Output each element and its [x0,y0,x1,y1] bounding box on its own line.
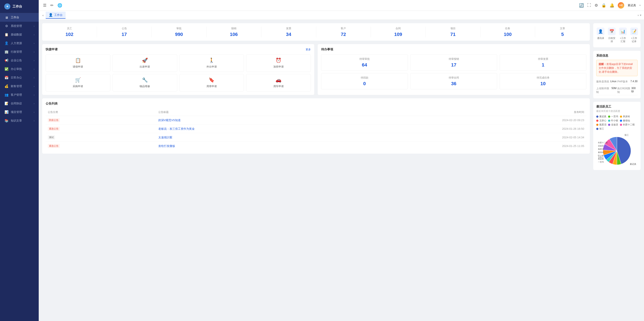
sidebar-item-hr[interactable]: 👤 人力资源 › [0,39,39,48]
legend-dot [596,116,598,118]
shortcut-contacts[interactable]: 👤 通讯录 [596,26,605,45]
sidebar-workbench-icon: 🖥 [4,16,8,19]
pending-item: 待完成任务 10 [500,73,586,89]
sidebar-item-announce[interactable]: 📢 企业公告 › [0,56,39,65]
tab-right-chevron[interactable]: » [638,14,639,17]
settings-icon[interactable]: ⚙ [594,3,598,8]
sidebar-item-contract[interactable]: 📝 合同协议 › [0,99,39,108]
shortcut-bar: 👤 通讯录 📅 日程安排 📊 +工作汇报 📝 +工作记录 [593,23,640,47]
sidebar-knowledge-label: 知识文章 [11,119,22,123]
refresh-icon[interactable]: 🔄 [579,3,584,8]
tab-left-chevron[interactable]: « [41,13,45,18]
menu-icon[interactable]: ☰ [42,2,47,8]
user-chevron-icon[interactable]: ▾ [640,4,640,6]
system-info-grid: 服务器系统LinuxPHP版本7.4.30上传附件限制50M执行时间限制300秒 [596,79,638,95]
stat-value[interactable]: 106 [208,32,260,37]
overtime-icon: ⏰ [276,58,281,63]
sidebar-customer-icon: 👥 [4,93,8,97]
quick-action-leave[interactable]: 📋 请假申请 [46,54,110,72]
legend-dot [620,116,622,118]
chevron-icon: › [34,85,34,88]
stat-合同: 合同 109 [371,27,426,37]
pending-label: 待完成任务 [502,76,584,80]
sidebar-item-customer[interactable]: 👥 客户管理 › [0,90,39,99]
col-title: 公告标题 [156,109,417,116]
quick-action-purchase[interactable]: 🛒 采购申请 [46,74,110,92]
schedule-shortcut-icon: 📅 [608,28,616,35]
legend-dot [596,120,598,122]
sidebar-item-daily[interactable]: 📅 日常办公 › [0,73,39,82]
quick-action-overtime[interactable]: ⏰ 加班申请 [246,54,311,72]
pending-item: 待回款 0 [321,73,408,89]
sidebar-item-project[interactable]: 📊 项目管理 › [0,108,39,116]
quick-action-car[interactable]: 🚗 用车申请 [246,74,311,92]
shortcut-log[interactable]: 📝 +工作记录 [629,26,639,45]
chevron-icon: › [34,60,34,62]
quick-action-out[interactable]: 🚶 外出申请 [180,54,244,72]
sidebar-item-system[interactable]: ⚙ 系统管理 › [0,22,39,30]
tab-workbench[interactable]: 👤 工作台 [46,12,66,19]
notification-icon[interactable]: 🔔 [610,3,614,8]
shortcut-report[interactable]: 📊 +工作汇报 [618,26,628,45]
fullscreen-icon[interactable]: ⛶ [587,3,591,8]
announcement-link[interactable]: 老板说：发三倍工资作为奖金 [158,127,195,130]
announcement-link[interactable]: 太遠很討厭 [158,136,172,139]
table-row: 紧急公告 老板说：发三倍工资作为奖金 2024-01-26 16:50 [46,124,586,133]
pie-label: 张三 [624,134,629,136]
sidebar-item-knowledge[interactable]: 📚 知识文章 › [0,116,39,125]
stat-value[interactable]: 17 [99,32,150,37]
stat-value[interactable]: 34 [263,32,314,37]
globe-icon[interactable]: 🌐 [56,2,63,8]
sidebar-item-approval[interactable]: ✅ 办公审批 › [0,65,39,73]
stat-label: 项目 [428,27,478,30]
legend-item: 剑君十二恨 [620,123,635,126]
tab-dropdown-icon[interactable]: ▾ [640,14,642,17]
purchase-label: 采购申请 [73,84,83,88]
stat-value[interactable]: 5 [537,32,588,37]
legend-dot [596,124,598,126]
user-name[interactable]: 素还真 [628,4,636,7]
alert-prefix: 提醒： [598,62,606,66]
stat-value[interactable]: 100 [482,32,534,37]
topbar-right: 🔄 ⛶ ⚙ 🔒 🔔 N还 素还真 ▾ [579,2,640,8]
stat-value[interactable]: 72 [318,32,369,37]
quick-action-repair[interactable]: 🔧 物品维修 [112,74,177,92]
pending-item: 待审发票 1 [500,54,586,70]
pending-value: 64 [324,62,405,68]
avatar-text: N还 [619,4,623,7]
stat-value[interactable]: 71 [428,32,478,37]
sidebar-item-workbench[interactable]: 🖥 工作台 [0,13,39,22]
log-shortcut-label: +工作记录 [630,36,638,43]
shortcut-schedule[interactable]: 📅 日程安排 [607,26,616,45]
sidebar-item-admin[interactable]: 🏢 行政管理 › [0,48,39,56]
quick-apply-more[interactable]: 更多 [306,48,311,52]
stat-value[interactable]: 109 [372,32,424,37]
stat-label: 客户 [318,27,369,30]
legend-item: 秦假仙 [620,119,630,122]
chevron-icon: › [34,51,34,53]
announcement-title-cell: 发给打发撒饭 [156,142,417,150]
info-row: 上传附件限制50M [596,86,616,95]
sidebar-daily-label: 日常办公 [11,76,22,80]
stat-label: 员工 [44,27,95,30]
sidebar-item-finance[interactable]: 💰 财务管理 › [0,82,39,90]
quick-action-seal[interactable]: 🔖 用章申请 [180,74,244,92]
legend-item: 素还真 [596,115,606,118]
sidebar-item-basic[interactable]: 📋 基础数据 › [0,30,39,39]
schedule-shortcut-label: 日程安排 [608,36,616,43]
sidebar-project-icon: 📊 [4,110,8,114]
stat-审批: 审批 990 [152,27,206,37]
stat-value[interactable]: 102 [44,32,95,37]
purchase-icon: 🛒 [75,77,81,83]
stat-value[interactable]: 990 [153,32,204,37]
edit-icon[interactable]: ✏ [50,2,54,8]
lock-icon[interactable]: 🔒 [602,3,606,8]
quick-action-business_trip[interactable]: 🚀 出差申请 [112,54,177,72]
announcement-link[interactable]: 发给打发撒饭 [158,144,175,148]
announcement-card: 公告列表 公告分类 公告标题 发布时间 防疫公告 的深V规范VS知道 [42,98,590,154]
announcement-link[interactable]: 的深V规范VS知道 [158,118,181,122]
logo-icon: ✦ [4,4,10,10]
category-tag: 测试 [48,135,55,140]
pie-label: 孤星泪 [598,148,604,150]
report-shortcut-icon: 📊 [619,28,627,35]
